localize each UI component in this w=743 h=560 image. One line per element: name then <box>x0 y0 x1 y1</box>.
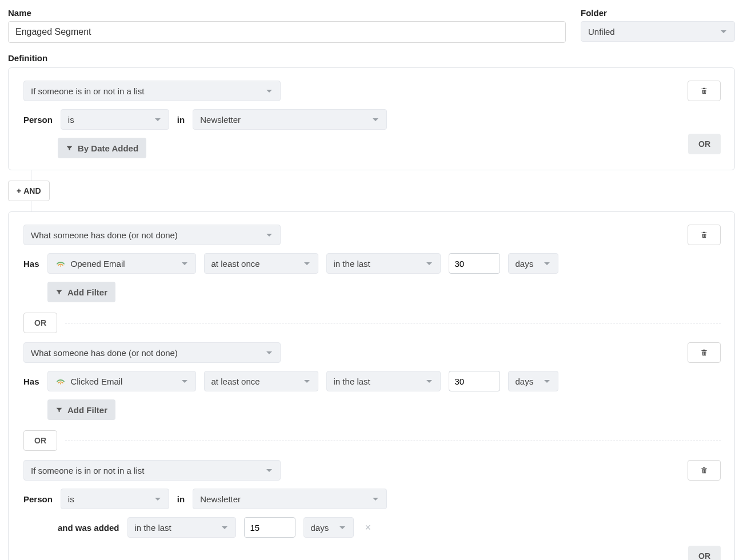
condition-type-select[interactable]: What someone has done (or not done) <box>23 342 281 363</box>
added-days-input[interactable] <box>244 517 295 538</box>
add-filter-button[interactable]: Add Filter <box>47 399 115 420</box>
caret-down-icon <box>339 526 345 529</box>
event-select[interactable]: Opened Email <box>47 253 196 274</box>
klaviyo-icon <box>55 375 66 387</box>
add-filter-button[interactable]: Add Filter <box>47 282 115 302</box>
or-button[interactable]: OR <box>688 546 721 560</box>
frequency-select[interactable]: at least once <box>204 371 318 391</box>
trash-icon <box>700 87 708 95</box>
delete-condition-button[interactable] <box>688 460 721 481</box>
caret-down-icon <box>155 498 161 501</box>
condition-type-value: What someone has done (or not done) <box>31 230 178 240</box>
condition-type-value: If someone is in or not in a list <box>31 466 144 475</box>
added-unit-select[interactable]: days <box>303 517 354 538</box>
delete-condition-button[interactable] <box>688 225 721 245</box>
folder-select-value: Unfiled <box>588 27 615 37</box>
or-label: OR <box>698 139 710 149</box>
connector-line <box>31 170 31 181</box>
operator-select[interactable]: is <box>61 489 169 509</box>
caret-down-icon <box>544 380 550 383</box>
caret-down-icon <box>304 262 310 265</box>
svg-point-1 <box>59 383 61 384</box>
caret-down-icon <box>266 90 272 93</box>
filter-icon <box>55 289 63 296</box>
caret-down-icon <box>373 498 378 501</box>
has-label: Has <box>23 259 39 269</box>
klaviyo-icon <box>55 258 66 269</box>
by-date-added-label: By Date Added <box>78 143 138 153</box>
list-select[interactable]: Newsletter <box>193 109 387 130</box>
has-label: Has <box>23 377 39 386</box>
caret-down-icon <box>721 30 726 33</box>
dashed-divider <box>65 323 721 323</box>
name-label: Name <box>8 8 566 18</box>
timeframe-value: in the last <box>334 259 370 269</box>
caret-down-icon <box>266 351 272 354</box>
and-label: AND <box>23 186 41 195</box>
dashed-divider <box>65 441 721 441</box>
timeframe-select[interactable]: in the last <box>326 371 441 391</box>
days-input[interactable] <box>449 253 500 274</box>
operator-select[interactable]: is <box>61 109 169 130</box>
frequency-value: at least once <box>211 377 260 386</box>
list-value: Newsletter <box>200 115 241 125</box>
or-connector[interactable]: OR <box>23 430 57 451</box>
event-value: Clicked Email <box>71 377 123 386</box>
in-label: in <box>177 494 185 504</box>
folder-label: Folder <box>581 8 735 18</box>
event-select[interactable]: Clicked Email <box>47 371 196 391</box>
caret-down-icon <box>426 262 432 265</box>
connector-line <box>31 201 31 211</box>
add-filter-label: Add Filter <box>67 405 107 415</box>
or-label: OR <box>698 551 710 560</box>
list-select[interactable]: Newsletter <box>193 489 387 509</box>
condition-group-2: What someone has done (or not done) Has … <box>8 211 735 560</box>
caret-down-icon <box>266 469 272 472</box>
caret-down-icon <box>266 234 272 237</box>
unit-select[interactable]: days <box>508 371 558 391</box>
add-filter-label: Add Filter <box>67 287 107 297</box>
person-label: Person <box>23 115 53 125</box>
name-input[interactable] <box>8 21 566 43</box>
by-date-added-button[interactable]: By Date Added <box>58 138 146 158</box>
condition-type-select[interactable]: If someone is in or not in a list <box>23 460 281 481</box>
caret-down-icon <box>373 118 378 121</box>
delete-condition-button[interactable] <box>688 342 721 363</box>
added-timeframe-select[interactable]: in the last <box>127 517 236 538</box>
in-label: in <box>177 115 185 125</box>
timeframe-select[interactable]: in the last <box>326 253 441 274</box>
caret-down-icon <box>426 380 432 383</box>
condition-type-value: If someone is in or not in a list <box>31 86 144 96</box>
caret-down-icon <box>304 380 310 383</box>
timeframe-value: in the last <box>334 377 370 386</box>
filter-icon <box>66 145 73 152</box>
unit-value: days <box>516 377 534 386</box>
filter-icon <box>55 406 63 414</box>
caret-down-icon <box>544 262 550 265</box>
unit-select[interactable]: days <box>508 253 558 274</box>
trash-icon <box>700 349 708 357</box>
list-value: Newsletter <box>200 494 241 504</box>
and-was-added-label: and was added <box>58 523 119 533</box>
or-connector[interactable]: OR <box>23 313 57 333</box>
unit-value: days <box>516 259 534 269</box>
caret-down-icon <box>182 380 187 383</box>
clear-filter-button[interactable]: × <box>362 522 375 534</box>
condition-type-value: What someone has done (or not done) <box>31 348 178 358</box>
added-unit-value: days <box>311 523 329 533</box>
added-timeframe-value: in the last <box>135 523 171 533</box>
days-input[interactable] <box>449 371 500 391</box>
delete-condition-button[interactable] <box>688 81 721 101</box>
or-button[interactable]: OR <box>688 134 721 154</box>
condition-type-select[interactable]: What someone has done (or not done) <box>23 225 281 245</box>
svg-point-0 <box>59 265 61 266</box>
event-value: Opened Email <box>71 259 125 269</box>
condition-type-select[interactable]: If someone is in or not in a list <box>23 81 281 101</box>
frequency-value: at least once <box>211 259 260 269</box>
caret-down-icon <box>155 118 161 121</box>
person-label: Person <box>23 494 53 504</box>
frequency-select[interactable]: at least once <box>204 253 318 274</box>
folder-select[interactable]: Unfiled <box>581 21 735 42</box>
definition-label: Definition <box>8 53 735 63</box>
and-button[interactable]: + AND <box>8 181 50 201</box>
